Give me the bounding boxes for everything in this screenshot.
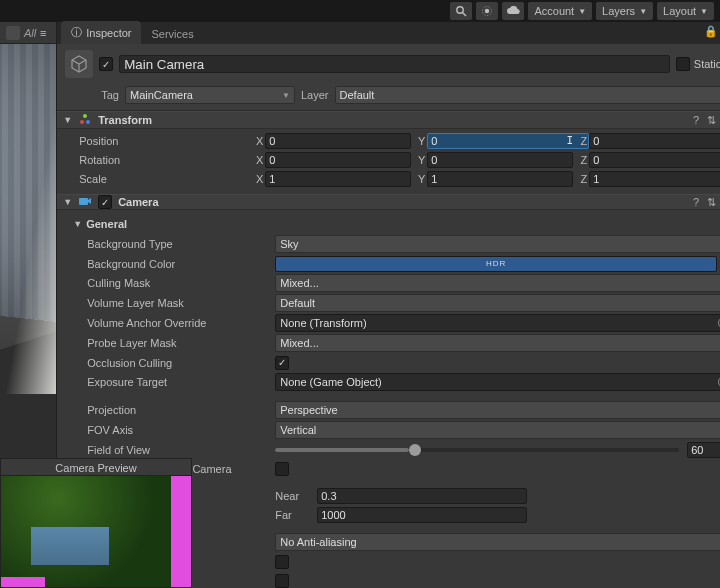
volume-layer-mask-dropdown[interactable]: Default▼ [275,294,720,312]
camera-component-header[interactable]: ▼ ✓ Camera ?⇅⋮ [57,194,720,210]
fov-axis-dropdown[interactable]: Vertical▼ [275,421,720,439]
background-type-dropdown[interactable]: Sky▼ [275,235,720,253]
general-section-header[interactable]: ▼General [63,214,720,234]
text-cursor-icon: I [567,134,574,147]
svg-rect-7 [79,198,88,205]
chevron-down-icon: ▼ [700,7,708,16]
background-color-field[interactable]: HDR [275,256,717,272]
clip-far-label: Far [275,509,309,521]
gameobject-enabled-checkbox[interactable]: ✓ [99,57,113,71]
svg-point-5 [86,120,90,124]
position-x-input[interactable] [265,133,411,149]
svg-point-4 [80,120,84,124]
dithering-checkbox[interactable] [275,555,289,569]
chevron-down-icon: ▼ [282,91,290,100]
camera-title: Camera [118,196,687,208]
account-dropdown[interactable]: Account▼ [528,2,592,20]
fov-axis-label: FOV Axis [63,424,275,436]
tag-layer-row: Tag MainCamera▼ Layer Default▼ [57,84,720,111]
exposure-target-label: Exposure Target [63,376,275,388]
foldout-icon: ▼ [73,219,82,229]
position-label: Position [63,135,253,147]
volume-anchor-override-field[interactable]: None (Transform) [275,314,720,332]
background-color-label: Background Color [63,258,275,270]
clip-near-input[interactable] [317,488,527,504]
shading-mode-button[interactable] [6,26,20,40]
camera-preview-title: Camera Preview [0,458,192,476]
layers-label: Layers [602,5,635,17]
static-label: Static [694,58,720,70]
occlusion-culling-checkbox[interactable]: ✓ [275,356,289,370]
transform-component-header[interactable]: ▼ Transform ?⇅⋮ [57,111,720,129]
exposure-target-field[interactable]: None (Game Object) [275,373,720,391]
rotation-x-input[interactable] [265,152,411,168]
account-label: Account [534,5,574,17]
scale-y-input[interactable] [427,171,573,187]
position-y-input[interactable] [427,133,588,149]
static-checkbox[interactable] [676,57,690,71]
post-aa-dropdown[interactable]: No Anti-aliasing▼ [275,533,720,551]
tab-inspector[interactable]: ⓘInspector [61,21,141,44]
camera-icon [78,195,92,209]
transform-body: Position X YI Z Rotation X Y Z Scale X [57,129,720,194]
svg-line-1 [463,13,467,17]
gameobject-icon[interactable] [65,50,93,78]
camera-preview: Camera Preview [0,458,192,588]
preset-icon[interactable]: ⇅ [707,196,716,209]
volume-anchor-override-label: Volume Anchor Override [63,317,275,329]
scene-viewport[interactable] [0,44,56,464]
collab-icon[interactable] [476,2,498,20]
svg-point-6 [83,114,87,118]
layers-dropdown[interactable]: Layers▼ [596,2,653,20]
scene-menu-icon[interactable]: ≡ [36,26,50,40]
rotation-z-input[interactable] [589,152,720,168]
scale-label: Scale [63,173,253,185]
info-icon: ⓘ [71,25,82,40]
chevron-down-icon: ▼ [578,7,586,16]
field-of-view-input[interactable] [687,442,720,458]
scale-z-input[interactable] [589,171,720,187]
position-z-input[interactable] [589,133,720,149]
probe-layer-mask-dropdown[interactable]: Mixed...▼ [275,334,720,352]
field-of-view-label: Field of View [63,444,275,456]
clip-near-label: Near [275,490,309,502]
camera-enabled-checkbox[interactable]: ✓ [98,195,112,209]
transform-icon [78,112,92,128]
culling-mask-dropdown[interactable]: Mixed...▼ [275,274,720,292]
field-of-view-slider[interactable] [275,448,679,452]
tag-dropdown[interactable]: MainCamera▼ [125,86,295,104]
cloud-icon[interactable] [502,2,524,20]
inspector-tabs: ⓘInspector Services 🔒⋮ [57,22,720,44]
layout-dropdown[interactable]: Layout▼ [657,2,714,20]
transform-title: Transform [98,114,687,126]
search-icon[interactable] [450,2,472,20]
stop-nans-checkbox[interactable] [275,574,289,588]
svg-point-2 [485,9,489,13]
help-icon[interactable]: ? [693,196,699,209]
scale-x-input[interactable] [265,171,411,187]
projection-dropdown[interactable]: Perspective▼ [275,401,720,419]
culling-mask-label: Culling Mask [63,277,275,289]
rotation-y-input[interactable] [427,152,573,168]
foldout-icon: ▼ [63,115,72,125]
layer-dropdown[interactable]: Default▼ [335,86,720,104]
help-icon[interactable]: ? [693,114,699,127]
tag-label: Tag [101,89,119,101]
rotation-label: Rotation [63,154,253,166]
scene-filter-label: All [24,27,36,39]
clip-far-input[interactable] [317,507,527,523]
background-type-label: Background Type [63,238,275,250]
preset-icon[interactable]: ⇅ [707,114,716,127]
projection-label: Projection [63,404,275,416]
lock-icon[interactable]: 🔒 [704,25,718,38]
scene-panel: All ≡ Camera Preview [0,22,57,588]
layout-label: Layout [663,5,696,17]
chevron-down-icon: ▼ [639,7,647,16]
gameobject-header: ✓ Static ▼ [57,44,720,84]
tab-services[interactable]: Services [141,24,203,44]
gameobject-name-input[interactable] [119,55,670,73]
probe-layer-mask-label: Probe Layer Mask [63,337,275,349]
camera-preview-image [0,476,192,588]
link-fov-checkbox[interactable] [275,462,289,476]
svg-point-0 [457,7,463,13]
